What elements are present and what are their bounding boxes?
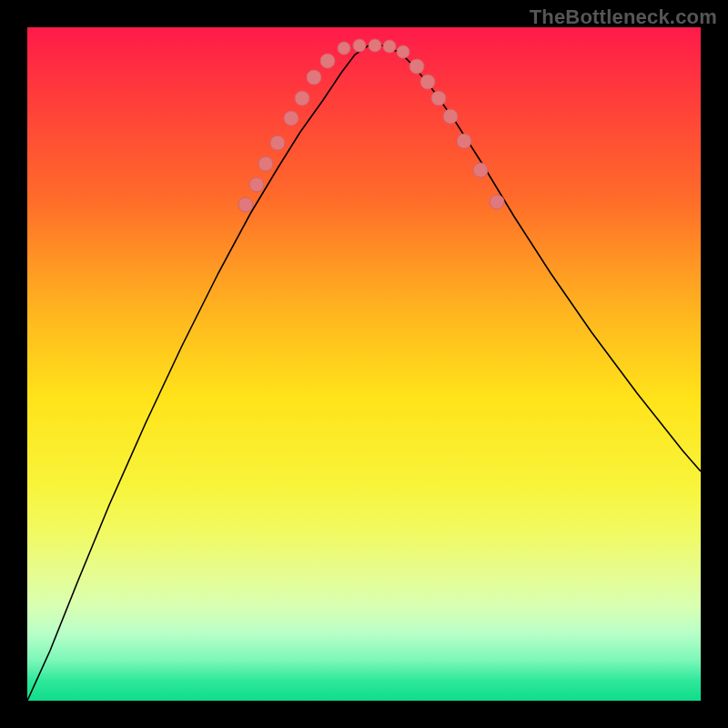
plot-area [27, 27, 701, 701]
data-point [307, 70, 321, 85]
data-point [410, 59, 424, 74]
data-point [320, 54, 335, 68]
data-point [353, 39, 366, 52]
data-points-group [238, 39, 504, 212]
data-point [338, 42, 350, 55]
chart-svg [27, 27, 701, 701]
data-point [383, 40, 396, 53]
data-point [295, 91, 309, 106]
data-point [473, 163, 488, 177]
data-point [369, 39, 381, 52]
data-point [420, 75, 435, 89]
data-point [284, 111, 298, 126]
data-point [270, 136, 285, 150]
data-point [443, 109, 458, 124]
data-point [249, 177, 264, 192]
data-point [457, 134, 471, 148]
chart-frame: TheBottleneck.com [0, 0, 728, 728]
bottleneck-curve [27, 46, 701, 701]
watermark-text: TheBottleneck.com [530, 5, 717, 29]
data-point [258, 157, 273, 171]
data-point [431, 91, 446, 106]
data-point [397, 46, 410, 58]
data-point [238, 197, 253, 212]
data-point [490, 195, 504, 209]
